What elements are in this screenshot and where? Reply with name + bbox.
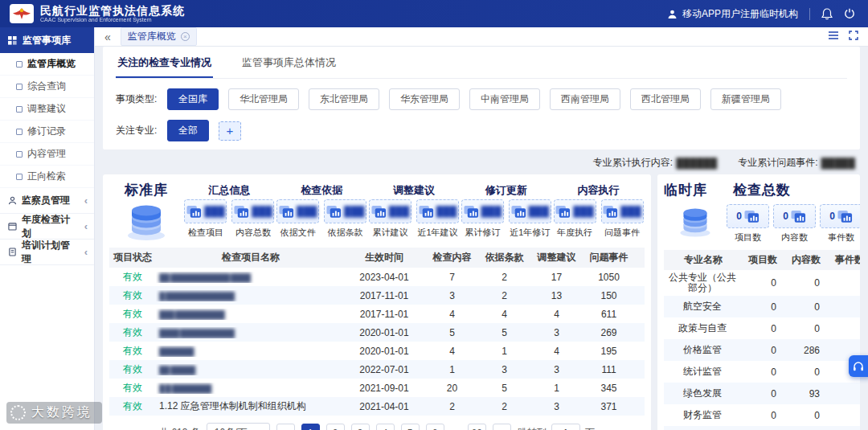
cell-status: 有效: [109, 307, 156, 321]
user-menu[interactable]: 移动APP用户注册临时机构: [667, 7, 798, 21]
tab-menu-button[interactable]: [828, 31, 839, 43]
table-row[interactable]: 政策与自查 0 0: [664, 317, 860, 339]
filter-north-china-bureau[interactable]: 华北管理局: [228, 88, 299, 110]
app-title: 民航行业监管执法信息系统: [40, 4, 185, 17]
cell-suggest: 4: [530, 309, 583, 320]
tab-focused-specialties[interactable]: 关注的检查专业情况: [116, 47, 213, 78]
cell-content: 20: [426, 383, 478, 394]
chevron-icon: ‹: [84, 221, 88, 231]
filter-xinjiang-bureau[interactable]: 新疆管理局: [710, 88, 781, 110]
page-size-select[interactable]: 10条/页: [207, 423, 270, 430]
standard-table: 项目状态 检查项目名称 生效时间 检查内容 依据条款 调整建议 问题事件 有效 …: [109, 248, 645, 416]
page-button-5[interactable]: 5: [401, 424, 420, 430]
square-icon: [16, 151, 23, 158]
cell-date: 2017-11-01: [342, 309, 426, 320]
table-row[interactable]: 网络与信息安全 0 0: [664, 426, 860, 430]
filter-northwest-bureau[interactable]: 西北管理局: [630, 88, 701, 110]
support-float-button[interactable]: [849, 355, 868, 377]
exec-content-label: 专业累计执行内容:: [593, 156, 673, 170]
filter-east-china-bureau[interactable]: 华东管理局: [389, 88, 460, 110]
next-page-button[interactable]: ›: [493, 424, 511, 430]
stat-label: 事件数: [828, 231, 854, 244]
cell-content: 3: [426, 290, 478, 301]
jump-page-input[interactable]: [551, 424, 580, 430]
tab-close-icon[interactable]: ×: [181, 32, 190, 41]
sidebar-collapse-button[interactable]: «: [104, 31, 111, 43]
table-row[interactable]: 统计监管 0 0: [664, 361, 860, 383]
table-row[interactable]: 有效 1.12 应急管理体制机制和组织机构 2021-04-01 2 2 3 3…: [109, 397, 645, 416]
prev-page-button[interactable]: ‹: [276, 424, 295, 430]
table-row[interactable]: 有效 ███ ██████████ 2017-11-01 4 4 4 611: [109, 305, 645, 323]
page-button-2[interactable]: 2: [326, 424, 345, 430]
page-ellipsis[interactable]: ...: [451, 428, 461, 430]
filter-all-specialties[interactable]: 全部: [167, 120, 209, 141]
page-button-62[interactable]: 62: [468, 424, 486, 430]
filter-southwest-bureau[interactable]: 西南管理局: [550, 88, 620, 110]
check-total-title: 检查总数: [733, 181, 791, 199]
stat-label: 内容数: [781, 231, 808, 244]
table-row[interactable]: 航空安全 0 0: [664, 296, 860, 317]
cell-name: ██ █████: [156, 364, 342, 375]
cell-specialty: 财务监管: [664, 407, 741, 423]
cell-date: 2017-11-01: [342, 290, 426, 301]
bar-chart-icon: [234, 205, 249, 219]
stat-content-total: ███ 内容总数: [231, 199, 274, 239]
table-row[interactable]: 有效 ██ █████ 2022-07-01 1 3 3 111: [109, 360, 645, 379]
page-button-3[interactable]: 3: [351, 424, 370, 430]
fullscreen-button[interactable]: [849, 31, 858, 43]
bar-chart-icon: [326, 205, 342, 219]
filter-national-library[interactable]: 全国库: [167, 88, 219, 110]
stat-recent-revisions: ███ 近1年修订: [509, 199, 551, 239]
page-button-6[interactable]: 6: [426, 424, 444, 430]
sidebar-group-annual-inspection-plan[interactable]: 年度检查计划 ‹: [0, 214, 94, 240]
logout-button[interactable]: [844, 8, 855, 19]
table-row[interactable]: 有效 █ █ ████████ 2021-09-01 20 5 1 345: [109, 379, 645, 397]
notifications-button[interactable]: [821, 8, 833, 20]
table-row[interactable]: 有效 █ ██████████████ 2017-11-01 3 2 13 15…: [109, 286, 645, 305]
sidebar-item-revision-records[interactable]: 修订记录: [0, 121, 94, 143]
sidebar-item-label: 内容管理: [27, 147, 66, 161]
table-row[interactable]: 价格监管 0 286: [664, 339, 860, 361]
filter-central-south-bureau[interactable]: 中南管理局: [469, 88, 540, 110]
sidebar-root-supervision-library[interactable]: 监管事项库: [0, 27, 94, 53]
add-specialty-button[interactable]: +: [219, 121, 241, 141]
cell-projects: 0: [741, 367, 784, 378]
sidebar-item-forward-search[interactable]: 正向检索: [0, 166, 94, 188]
cell-specialty: 绿色发展: [664, 386, 741, 401]
stat-label: 依据文件: [280, 227, 316, 239]
tab-library-overview[interactable]: 监管库概览 ×: [121, 27, 197, 46]
app-title-block: 民航行业监管执法信息系统 CAAC Supervision and Enforc…: [40, 4, 185, 23]
page-button-1[interactable]: 1: [301, 424, 320, 430]
col-project-count: 项目数: [741, 253, 784, 267]
sidebar-item-library-overview[interactable]: 监管库概览: [0, 53, 94, 76]
stat-label: 累计修订: [465, 227, 500, 239]
table-row[interactable]: 有效 ███████ 2020-01-01 4 1 4 195: [109, 342, 645, 360]
filter-northeast-bureau[interactable]: 东北管理局: [309, 88, 379, 110]
cell-status: 有效: [109, 289, 156, 302]
stat-value: ███: [344, 206, 365, 217]
stat-group-execution: 内容执行 ███ 年度执行 ███: [552, 181, 645, 241]
sidebar-item-comprehensive-query[interactable]: 综合查询: [0, 76, 94, 98]
sidebar-group-inspector-management[interactable]: 监察员管理 ‹: [0, 188, 94, 214]
table-row[interactable]: 财务监管 0 0: [664, 404, 860, 426]
sidebar-item-content-management[interactable]: 内容管理: [0, 143, 94, 166]
page-tabbar: « 监管库概览 ×: [95, 27, 868, 47]
page-button-4[interactable]: 4: [376, 424, 395, 430]
table-row[interactable]: 有效 ██ ████████████ ████ 2023-04-01 7 2 1…: [109, 268, 645, 286]
bar-chart-icon: [744, 210, 760, 223]
stat-group-title: 内容执行: [578, 181, 620, 199]
table-row[interactable]: 公共专业（公共部分） 0 0: [664, 270, 860, 296]
sidebar-group-training-plan-management[interactable]: 培训计划管理 ‹: [0, 240, 94, 265]
cell-name: ███ ██████████: [156, 309, 342, 320]
app-subtitle: CAAC Supervision and Enforcement System: [40, 17, 185, 23]
table-row[interactable]: 有效 ████ ███████████ 2020-01-01 5 5 3 269: [109, 323, 645, 342]
jump-unit: 页: [585, 426, 595, 430]
temporary-library-panel: 临时库 检查总数: [657, 174, 860, 430]
bar-chart-icon: [555, 205, 571, 219]
table-row[interactable]: 绿色发展 0 93: [664, 383, 860, 404]
sidebar-item-adjust-suggestions[interactable]: 调整建议: [0, 98, 94, 121]
square-icon: [16, 106, 23, 113]
tab-overall-situation[interactable]: 监管事项库总体情况: [240, 47, 338, 78]
grid-icon: [8, 36, 17, 45]
stat-value: ███: [389, 206, 410, 217]
